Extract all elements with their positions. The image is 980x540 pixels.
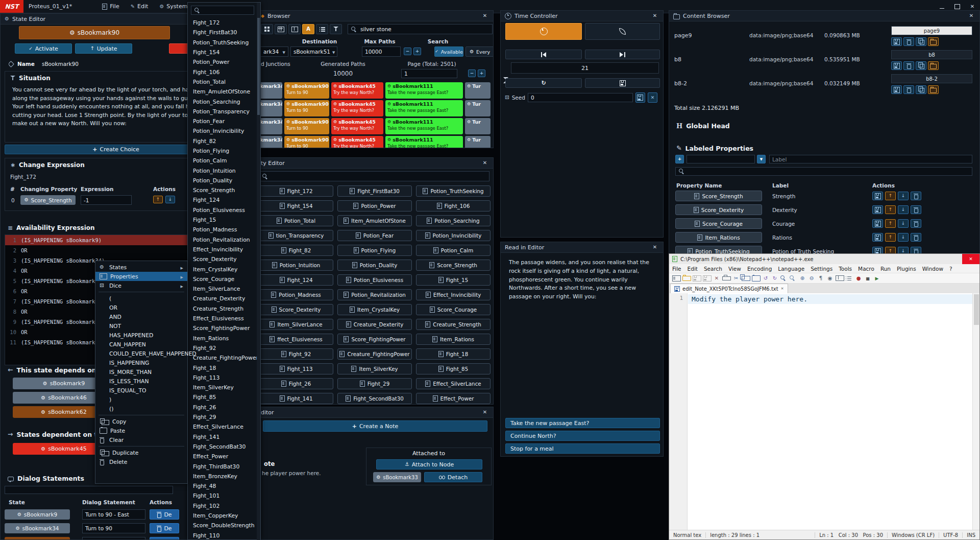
path-chip[interactable]: Tur: [465, 82, 491, 99]
delete-label-button[interactable]: [911, 233, 921, 242]
dropdown-item[interactable]: Potion_Duality: [188, 176, 258, 185]
path-chip[interactable]: Tur: [465, 136, 491, 148]
path-chip[interactable]: sBookmark45 Try the way North?: [331, 100, 383, 116]
print-icon[interactable]: [722, 276, 731, 280]
property-chip[interactable]: Fight_124: [259, 274, 333, 286]
save-label-button[interactable]: [872, 219, 883, 228]
property-chip[interactable]: Potion_Total: [259, 215, 333, 226]
path-chip[interactable]: sBookmark45 Try the way North?: [331, 136, 383, 148]
dropdown-item[interactable]: Fight_18: [188, 363, 258, 372]
dialog-statement-cell[interactable]: [82, 537, 145, 540]
dropdown-search-input[interactable]: [203, 7, 272, 14]
notepad-menu-item[interactable]: File: [669, 266, 684, 272]
time-controller-close-button[interactable]: [651, 12, 659, 20]
path-chip[interactable]: sBookmark90 Turn to 90: [284, 100, 329, 116]
property-chip[interactable]: Item_CrystalKey: [337, 304, 412, 315]
context-menu-item[interactable]: Paste: [95, 426, 187, 435]
property-chip[interactable]: Potion_Invincibility: [416, 230, 491, 241]
available-toggle[interactable]: Available: [434, 46, 463, 57]
dropdown-item[interactable]: Fight_26: [188, 403, 258, 412]
dropdown-item[interactable]: Item_Rations: [188, 334, 258, 343]
destination-select[interactable]: sBookmark51: [290, 46, 337, 57]
dropdown-item[interactable]: Potion_Invincibility: [188, 126, 258, 136]
editor-text[interactable]: Modify the player power here.: [692, 295, 807, 303]
dropdown-scrollbar-thumb[interactable]: [257, 18, 260, 115]
path-chip[interactable]: sBookmark90 Turn to 90: [284, 82, 329, 99]
save-content-button[interactable]: [891, 85, 902, 94]
delete-content-button[interactable]: [903, 85, 914, 94]
browser-close-button[interactable]: [481, 12, 489, 20]
dropdown-item[interactable]: Score_FightingPower: [188, 323, 258, 333]
redo-icon[interactable]: [771, 276, 779, 281]
clock-mode-button[interactable]: [505, 23, 582, 40]
property-chip[interactable]: Potion_TruthSeeking: [416, 185, 491, 197]
path-chip[interactable]: Tur: [465, 118, 491, 134]
dialog-delete-button[interactable]: De: [150, 523, 179, 533]
dialog-delete-button[interactable]: De: [150, 509, 179, 520]
property-chip[interactable]: Fight_SecondBat30: [337, 393, 412, 404]
notepad-menu-item[interactable]: Language: [775, 266, 807, 272]
context-menu-item[interactable]: (): [95, 404, 187, 413]
labeled-property-label[interactable]: Dexterity: [772, 207, 797, 213]
property-chip[interactable]: Effect_Power: [416, 393, 491, 404]
context-menu-item[interactable]: CAN_HAPPEN: [95, 340, 187, 349]
dropdown-item[interactable]: Potion_Madness: [188, 225, 258, 234]
content-thumbnail[interactable]: b8: [891, 50, 972, 59]
play-macro-icon[interactable]: [873, 276, 881, 281]
dropdown-item[interactable]: Fight_113: [188, 373, 258, 383]
property-chip[interactable]: Creature_Strength: [416, 319, 491, 330]
context-menu-item[interactable]: NOT: [95, 321, 187, 331]
columns-view-button[interactable]: [288, 24, 301, 34]
selected-change-property[interactable]: Fight_172: [10, 174, 36, 180]
property-chip[interactable]: Creature_FightingPower: [337, 348, 412, 360]
save-all-icon[interactable]: [703, 275, 712, 281]
dropdown-item[interactable]: Fight_102: [188, 501, 258, 511]
property-select[interactable]: [687, 155, 755, 163]
property-chip[interactable]: ffect_Elusiveness: [259, 334, 333, 345]
open-file-icon[interactable]: [682, 276, 691, 281]
context-menu-item[interactable]: OR: [95, 303, 187, 312]
dropdown-item[interactable]: Potion_Revitalization: [188, 235, 258, 245]
dropdown-item[interactable]: Fight_141: [188, 432, 258, 441]
path-chip[interactable]: sBookmark90 Turn to 90: [284, 118, 329, 134]
path-chip[interactable]: sBookmark90 Turn to 90: [284, 136, 329, 148]
scrollbar-thumb[interactable]: [974, 294, 979, 325]
menu-item[interactable]: File: [96, 0, 125, 13]
property-chip[interactable]: Fight_113: [259, 363, 333, 374]
notepad-menu-item[interactable]: View: [725, 266, 744, 272]
property-chip[interactable]: Fight_92: [259, 348, 333, 360]
dropdown-item[interactable]: Fight_FirstBat30: [188, 28, 258, 37]
dropdown-item[interactable]: Creature_FightingPower: [188, 353, 258, 363]
property-chip[interactable]: Item_AmuletOfStone: [337, 215, 412, 226]
dropdown-item[interactable]: Fight_172: [188, 18, 258, 28]
context-menu-item[interactable]: AND: [95, 312, 187, 321]
property-chip[interactable]: Fight_154: [259, 200, 333, 212]
labeled-property-label[interactable]: Courage: [772, 221, 795, 227]
dialog-state-chip[interactable]: sBookmark9: [5, 509, 70, 520]
labeled-search-input[interactable]: [687, 168, 969, 175]
dialog-statement-cell[interactable]: Turn to 90 - East: [82, 509, 145, 520]
dropdown-item[interactable]: Creature_Strength: [188, 304, 258, 314]
move-up-button[interactable]: [885, 233, 896, 242]
max-paths-input[interactable]: [362, 46, 401, 57]
notepad-menu-item[interactable]: Edit: [684, 266, 701, 272]
update-button[interactable]: Update: [75, 43, 132, 54]
delete-label-button[interactable]: [911, 205, 921, 214]
dialog-input[interactable]: [5, 486, 173, 494]
seed-input[interactable]: [528, 93, 633, 102]
dropdown-item[interactable]: Effect_Elusiveness: [188, 314, 258, 323]
dropdown-item[interactable]: Fight_92: [188, 343, 258, 353]
duplicate-content-button[interactable]: [916, 37, 926, 46]
dropdown-item[interactable]: Fight_15: [188, 215, 258, 225]
property-chip[interactable]: Effect_Invincibility: [416, 289, 491, 300]
duplicate-content-button[interactable]: [916, 85, 926, 94]
open-folder-button[interactable]: [928, 61, 939, 70]
save-icon[interactable]: [693, 275, 701, 281]
property-chip[interactable]: Score_Strength: [416, 260, 491, 271]
time-slider[interactable]: 21: [511, 62, 659, 74]
path-chip[interactable]: sBookmark111 Take the new passage East?: [385, 136, 463, 148]
move-up-button[interactable]: [885, 192, 896, 200]
dialog-state-chip[interactable]: sBookmark90: [5, 537, 70, 540]
content-name[interactable]: b8: [674, 56, 681, 63]
dropdown-item[interactable]: Effect_Power: [188, 452, 258, 461]
